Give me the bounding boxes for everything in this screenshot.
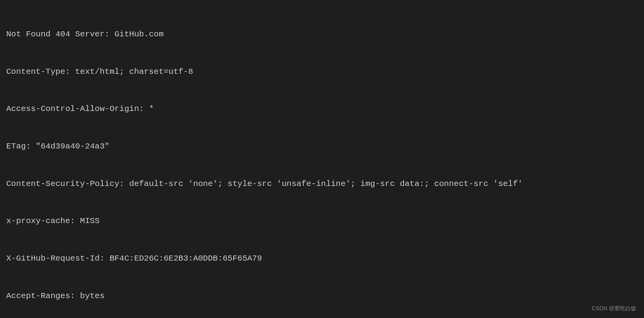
- header-line: X-GitHub-Request-Id: BF4C:ED26C:6E2B3:A0…: [6, 252, 638, 265]
- header-line: Access-Control-Allow-Origin: *: [6, 103, 638, 115]
- header-line: ETag: "64d39a40-24a3": [6, 140, 638, 153]
- header-line: Not Found 404 Server: GitHub.com: [6, 28, 638, 41]
- header-line: Content-Security-Policy: default-src 'no…: [6, 178, 638, 190]
- header-line: Content-Type: text/html; charset=utf-8: [6, 66, 638, 78]
- watermark-text: CSDN @爱吃白饭: [592, 304, 636, 313]
- header-line: x-proxy-cache: MISS: [6, 215, 638, 227]
- terminal-output: Not Found 404 Server: GitHub.com Content…: [6, 3, 638, 318]
- header-line: Accept-Ranges: bytes: [6, 290, 638, 302]
